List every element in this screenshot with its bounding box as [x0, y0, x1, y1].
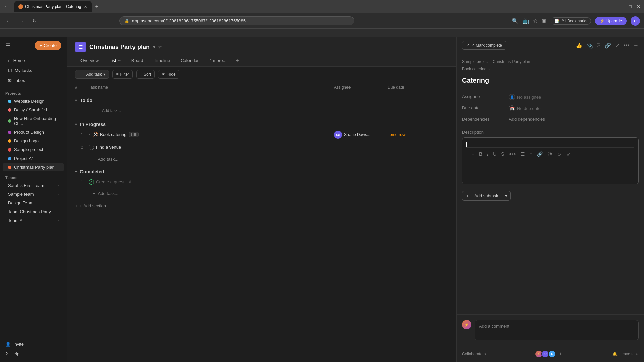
bookmark-icon[interactable]: ☆	[533, 18, 538, 24]
task-check[interactable]	[89, 145, 94, 150]
task-row-book-catering[interactable]: 1 ▸ ✕ Book catering 1 ☰ SD Shane Daws...…	[75, 128, 448, 141]
sidebar-project-christmas-party[interactable]: Christmas Party plan	[3, 163, 64, 171]
editor-expand-icon[interactable]: ⤢	[565, 150, 572, 157]
editor-numbered-list-icon[interactable]: ≡	[528, 150, 534, 157]
minimize-button[interactable]: ─	[621, 4, 624, 9]
add-task-row-todo[interactable]: Add task...	[75, 104, 448, 117]
add-task-completed[interactable]: + Add task...	[75, 188, 448, 199]
editor-bold-icon[interactable]: B	[478, 150, 484, 157]
bookmarks-btn[interactable]: 📑 All Bookmarks	[551, 17, 591, 25]
sidebar-project-website-design[interactable]: Website Design	[3, 97, 64, 105]
new-tab-button[interactable]: +	[95, 4, 98, 10]
task-subtask-badge[interactable]: 1 ☰	[129, 132, 139, 137]
sidebar-team-a[interactable]: Team A ›	[3, 216, 64, 225]
sidebar-team-christmas-party[interactable]: Team Christmas Party ›	[3, 207, 64, 216]
project-star-icon[interactable]: ☆	[158, 44, 162, 50]
editor-mention-icon[interactable]: @	[546, 150, 553, 157]
editor-plus-icon[interactable]: +	[470, 150, 476, 157]
back-nav-button[interactable]: ←	[4, 16, 13, 26]
sidebar-project-ai[interactable]: Project A1	[3, 154, 64, 163]
breadcrumb-sample-project[interactable]: Sample project	[462, 59, 489, 64]
more-icon[interactable]: •••	[624, 42, 629, 48]
add-subtask-button[interactable]: + + Add subtask	[462, 191, 502, 201]
section-header-to-do[interactable]: ▾ To do	[75, 93, 448, 104]
add-task-in-progress[interactable]: + Add task...	[75, 154, 448, 164]
like-icon[interactable]: 👍	[576, 42, 582, 49]
add-view-button[interactable]: +	[232, 55, 243, 66]
user-avatar[interactable]: U	[631, 16, 640, 26]
active-tab[interactable]: Christmas Party plan - Catering ✕	[14, 1, 92, 12]
sidebar-project-design-logo[interactable]: Design Logo	[3, 137, 64, 145]
due-date-field-value[interactable]: 📅 No due date	[509, 105, 639, 111]
sidebar-team-design[interactable]: Design Team ›	[3, 199, 64, 207]
expand-icon[interactable]: ⤢	[615, 42, 620, 49]
add-task-cell[interactable]: Add task...	[102, 108, 334, 113]
tab-calendar[interactable]: Calendar	[175, 55, 204, 66]
task-check-blocked[interactable]: ✕	[93, 132, 98, 137]
sidebar-team-sarahs-first[interactable]: Sarah's First Team ›	[3, 181, 64, 190]
comment-input[interactable]: Add a comment	[475, 320, 639, 340]
editor-code-icon[interactable]: </>	[508, 150, 517, 157]
help-button[interactable]: ? Help	[0, 349, 67, 359]
forward-nav-button[interactable]: →	[17, 16, 26, 26]
cast-icon[interactable]: 📺	[522, 18, 529, 24]
sidebar-menu-icon[interactable]: ☰	[5, 42, 10, 49]
close-button[interactable]: ✕	[637, 4, 641, 9]
task-row-guest-list[interactable]: 1 ✓ Create a guest list	[75, 176, 448, 188]
sidebar-icon[interactable]: ▣	[542, 18, 547, 24]
sort-button[interactable]: ↕ Sort	[136, 70, 155, 79]
tab-list[interactable]: List •••	[104, 55, 126, 66]
description-editor[interactable]: + B I U S </> ☰ ≡ 🔗 @ ☺ ⤢	[462, 137, 639, 184]
editor-underline-icon[interactable]: U	[492, 150, 498, 157]
dependencies-field-value[interactable]: Add dependencies	[509, 117, 639, 122]
link-icon[interactable]: 🔗	[604, 42, 611, 49]
upgrade-button[interactable]: ⚡ Upgrade	[595, 17, 627, 25]
section-header-in-progress[interactable]: ▾ In Progress	[75, 117, 448, 128]
breadcrumb-christmas-party[interactable]: Christmas Party plan	[493, 59, 530, 64]
task-check-done[interactable]: ✓	[89, 179, 94, 185]
leave-task-button[interactable]: 🔔 Leave task	[612, 352, 639, 356]
tab-board[interactable]: Board	[126, 55, 149, 66]
sidebar-item-inbox[interactable]: ✉ Inbox	[3, 76, 64, 85]
subtask-dropdown-button[interactable]: ▾	[502, 191, 511, 201]
col-add[interactable]: +	[435, 85, 448, 90]
create-button[interactable]: + Create	[35, 41, 61, 50]
sidebar-item-my-tasks[interactable]: ☑ My tasks	[3, 66, 64, 75]
section-header-completed[interactable]: ▾ Completed	[75, 164, 448, 176]
assignee-field-value[interactable]: 👤 No assignee	[509, 94, 639, 100]
editor-emoji-icon[interactable]: ☺	[555, 150, 563, 157]
parent-task-link[interactable]: Book catering	[462, 67, 486, 71]
project-dropdown-icon[interactable]: ▾	[153, 44, 155, 50]
editor-strikethrough-icon[interactable]: S	[500, 150, 505, 157]
editor-bullet-list-icon[interactable]: ☰	[519, 150, 526, 157]
back-button[interactable]: ⟵	[3, 2, 13, 11]
sidebar-team-sample[interactable]: Sample team ›	[3, 190, 64, 198]
tab-overview[interactable]: Overview	[75, 55, 104, 66]
filter-button[interactable]: ≡ Filter	[112, 70, 133, 79]
search-icon[interactable]: 🔍	[512, 18, 518, 24]
tab-close-button[interactable]: ✕	[83, 4, 88, 10]
sidebar-item-home[interactable]: ⌂ Home	[3, 56, 64, 65]
invite-button[interactable]: 👤 Invite	[0, 339, 67, 349]
refresh-button[interactable]: ↻	[30, 16, 39, 26]
hide-button[interactable]: 👁 Hide	[158, 70, 179, 79]
editor-link-icon[interactable]: 🔗	[536, 150, 544, 157]
address-bar[interactable]: 🔒 app.asana.com/0/1206182861755067/12061…	[119, 16, 354, 25]
task-expand-icon[interactable]: ▸	[89, 132, 91, 137]
sidebar-project-product-design[interactable]: Product Design	[3, 128, 64, 136]
editor-italic-icon[interactable]: I	[486, 150, 490, 157]
add-task-button[interactable]: + + Add task ▾	[75, 70, 109, 79]
attachment-icon[interactable]: 📎	[586, 42, 593, 49]
add-collaborator-button[interactable]: +	[559, 351, 562, 357]
sidebar-project-new-hire[interactable]: New Hire Onboarding Ch...	[3, 114, 64, 128]
sidebar-project-daisy-sarah[interactable]: Daisy / Sarah 1:1	[3, 106, 64, 114]
sidebar-project-sample[interactable]: Sample project	[3, 145, 64, 154]
task-row-find-venue[interactable]: 2 Find a venue	[75, 141, 448, 154]
close-panel-icon[interactable]: →	[633, 42, 639, 48]
maximize-button[interactable]: □	[629, 4, 632, 9]
mark-complete-button[interactable]: ✓ ✓ Mark complete	[462, 41, 506, 50]
add-dependencies-button[interactable]: Add dependencies	[509, 117, 545, 122]
add-section-button[interactable]: + + Add section	[75, 199, 448, 213]
tab-timeline[interactable]: Timeline	[149, 55, 176, 66]
copy-icon[interactable]: ⎘	[597, 42, 600, 48]
